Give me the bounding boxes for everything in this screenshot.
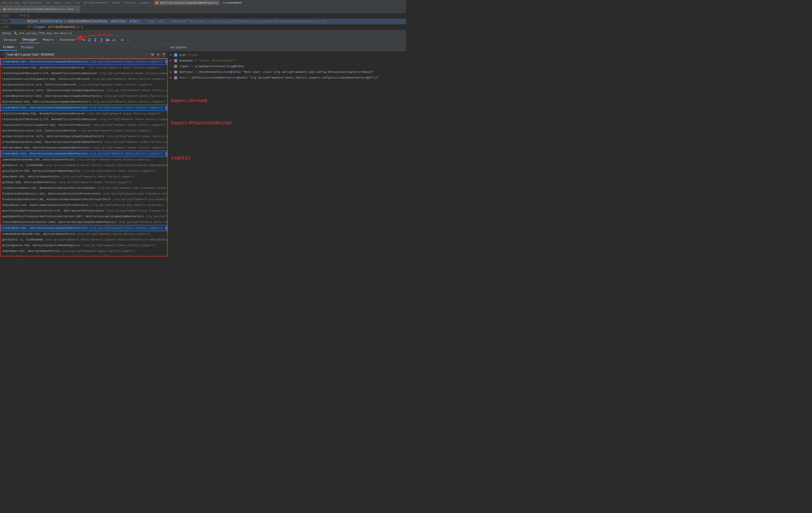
var-value: null [192, 53, 198, 57]
package-name: (org.springframework.beans.factory.suppo… [45, 164, 167, 167]
stack-frame-item[interactable]: createBeanInstance:1492, AbstractAutowir… [1, 139, 167, 145]
method-name: doCreateBean:656, AbstractAutowireCapabl… [2, 100, 92, 103]
thread-dropdown[interactable]: "main"@1 in group "main": RUNNING [4, 52, 155, 57]
variable-item: ▶ mbdToUse = {RootBeanDefinition@1691} "… [168, 69, 406, 75]
code-area: 613 try { 614 Object beanInstance = doCr… [0, 13, 406, 30]
stack-frame-item[interactable]: doCreateBean:656, AbstractAutowireCapabl… [1, 99, 167, 105]
close-tab-icon[interactable]: ✕ [76, 8, 77, 11]
stack-frame-item[interactable]: getSingleton:368, DefaultSingletonBeanRe… [1, 168, 167, 174]
package-name: (org.springframework.beans.factory.suppo… [58, 181, 132, 184]
stack-frame-item[interactable]: findCandidateAdvisors:131, AbstractAdvis… [1, 191, 167, 197]
stack-frame-item[interactable]: createBean:614, AbstractAutowireCapableB… [1, 150, 167, 157]
stack-frame-item[interactable]: resolveConstructorArguments:899, Constru… [1, 76, 167, 82]
method-name: autowireConstructor:1674, AbstractAutowi… [2, 89, 106, 92]
step-out-button[interactable] [99, 37, 104, 43]
method-name: createBean:614, AbstractAutowireCapableB… [2, 60, 89, 63]
tab-threads[interactable]: Threads [17, 45, 36, 50]
stack-frame-item[interactable]: getBean:283, AbstractBeanFactory (org.sp… [1, 254, 167, 256]
breadcrumb-part[interactable]: beans [112, 1, 120, 4]
stack-frame-item[interactable]: lambda$doGetBean$0:436, AbstractBeanFact… [1, 231, 167, 237]
stack-frame-item[interactable]: getSingleton:368, DefaultSingletonBeanRe… [1, 243, 167, 248]
tab-memory[interactable]: Memory [40, 37, 57, 43]
stack-frame-item[interactable]: createBean:614, AbstractAutowireCapableB… [1, 59, 167, 65]
tab-filename: AbstractAutowireCapableBeanFactory.java [7, 8, 74, 11]
stack-frame-item[interactable]: resolveValueIfNecessary:175, BeanDefinit… [1, 116, 167, 122]
svg-rect-4 [88, 41, 90, 41]
stack-frame-item[interactable]: lambda$doGetBean$0:436, AbstractBeanFact… [1, 157, 167, 163]
package-name: (org.springframework.beans.factory.suppo… [89, 227, 163, 230]
more-button[interactable]: ⋮ [126, 37, 132, 43]
step-into-button[interactable] [92, 37, 98, 43]
tab-debugger[interactable]: Debugger [20, 37, 40, 43]
stack-frame-item[interactable]: postProcessBeforeInstantiation:278, Abst… [1, 208, 167, 213]
stack-frame-item[interactable]: resolveConstructorArguments:919, Constru… [1, 122, 167, 128]
settings-button[interactable]: ⚙ [120, 37, 125, 43]
breadcrumb-part[interactable]: support [139, 1, 151, 4]
breadcrumb-part[interactable]: org [75, 1, 80, 4]
tab-overhead[interactable]: Overhead [57, 37, 77, 43]
breadcrumb-part[interactable]: main [55, 1, 61, 4]
stack-frame-item[interactable]: findCandidateAdvisors:99, AnnotationAwar… [1, 197, 167, 202]
step-over-button[interactable] [86, 37, 92, 43]
tab-frames[interactable]: Frames [0, 45, 17, 51]
breadcrumb-part[interactable]: springframework [83, 1, 109, 4]
stack-frame-item[interactable]: createBean:604, AbstractAutowireCapableB… [1, 225, 167, 231]
stack-frame-item[interactable]: findAdvisorBeans:102, BeanFactoryAdvisor… [1, 185, 167, 191]
stack-frame-item[interactable]: autowireConstructor:1674, AbstractAutowi… [1, 88, 167, 93]
stack-frame-item[interactable]: doCreateBean:656, AbstractAutowireCapabl… [1, 145, 167, 150]
method-name: autowireConstructor:1674, AbstractAutowi… [2, 135, 106, 138]
svg-marker-9 [100, 38, 103, 39]
package-name: (org.springframework.beans.factory.suppo… [62, 250, 135, 253]
separator [118, 38, 118, 42]
stack-frame-item[interactable]: getObject:-1, 2128029086 (org.springfram… [1, 237, 167, 243]
expand-icon[interactable]: ▶ [170, 70, 173, 75]
package-name: (org.springframework.aop.aspectj.a [113, 198, 168, 201]
thread-up-button[interactable]: ▲ [156, 52, 161, 57]
var-type-icon [174, 54, 177, 57]
variable-item: ○○ logger = {LogAdapter$JavaUtilLog@1699… [168, 63, 406, 69]
method-name: findCandidateAdvisors:131, AbstractAdvis… [2, 192, 103, 195]
stack-frame-item[interactable]: getBean:288, AbstractBeanFactory (org.sp… [1, 179, 167, 185]
stack-frame-item[interactable]: autowireConstructor:214, ConstructorReso… [1, 82, 167, 88]
breadcrumb-part[interactable]: mca_spring [2, 1, 19, 4]
var-value: {LogAdapter$JavaUtilLog@1699} [195, 64, 244, 69]
stack-frame-item[interactable]: resolveBeforeInstantiation:1365, Abstrac… [1, 219, 167, 225]
breadcrumb-part[interactable]: factory [124, 1, 136, 4]
evaluate-button[interactable] [111, 37, 117, 43]
frame-number: [4] [165, 60, 168, 63]
main-content: Frames Threads ✔ "main"@1 in group "main… [0, 44, 406, 256]
stack-frame-item[interactable]: doGetBean:433, AbstractBeanFactory (org.… [1, 174, 167, 179]
file-tab[interactable]: ⬤ AbstractAutowireCapableBeanFactory.jav… [0, 6, 80, 13]
stack-frame-item[interactable]: resolveInnerBean:530, BeanDefinitionValu… [1, 111, 167, 116]
breadcrumb-class[interactable]: ⬤ AbstractAutowireCapableBeanFactory [154, 1, 219, 5]
stack-frame-item[interactable]: resolveValueIfNecessary:175, BeanDefinit… [1, 70, 167, 76]
var-name: logger [179, 64, 190, 69]
thread-down-button[interactable]: ▼ [162, 52, 166, 57]
package-name: (org.springframework.beans.factory.suppo… [45, 238, 167, 241]
stack-frame-item[interactable]: getObject:-1, 2128029086 (org.springfram… [1, 163, 167, 168]
expand-icon[interactable]: ▶ [170, 53, 173, 57]
stack-frame-item[interactable]: createBeanInstance:1492, AbstractAutowir… [1, 93, 167, 99]
breadcrumb-part[interactable]: src [46, 1, 51, 4]
method-name: findAdvisorBeans:102, BeanFactoryAdvisor… [2, 187, 98, 190]
method-name: getObject:-1, 2128029086 [2, 238, 45, 241]
stack-frame-item[interactable]: resolveInnerBean:530, BeanDefinitionValu… [1, 65, 167, 70]
stack-frame-item[interactable]: createBean:614, AbstractAutowireCapableB… [1, 105, 167, 111]
tab-console[interactable]: Console [1, 37, 19, 43]
package-name: (org.springframework.beans.factory.suppo… [89, 60, 163, 63]
show-execution-point-button[interactable] [80, 37, 86, 43]
stack-frame-item[interactable]: doGetBean:433, AbstractBeanFactory (org.… [1, 248, 167, 254]
breadcrumb-part[interactable]: java [64, 1, 71, 4]
var-value: {DefaultListableBeanFactory@1664} "org.s… [192, 76, 379, 80]
stack-frame-item[interactable]: shouldSkip:110, AspectJAwareAdvisorAutoP… [1, 202, 167, 208]
stack-frame-item[interactable]: autowireConstructor:214, ConstructorReso… [1, 128, 167, 134]
run-to-cursor-button[interactable] [105, 37, 111, 43]
stack-frame-item[interactable]: applyBeanPostProcessorsBeforeInstantiati… [1, 213, 167, 219]
expand-icon[interactable]: ○○ [170, 64, 173, 69]
expand-icon[interactable]: ▶ [170, 58, 173, 63]
expand-icon[interactable]: ▶ [170, 76, 173, 80]
breadcrumb: mca_spring › spring-beans › src › main ›… [0, 0, 406, 6]
breadcrumb-part[interactable]: spring-beans [23, 1, 43, 4]
stack-frame-item[interactable]: autowireConstructor:1674, AbstractAutowi… [1, 134, 167, 139]
frames-threads-tabs: Frames Threads [0, 44, 168, 51]
